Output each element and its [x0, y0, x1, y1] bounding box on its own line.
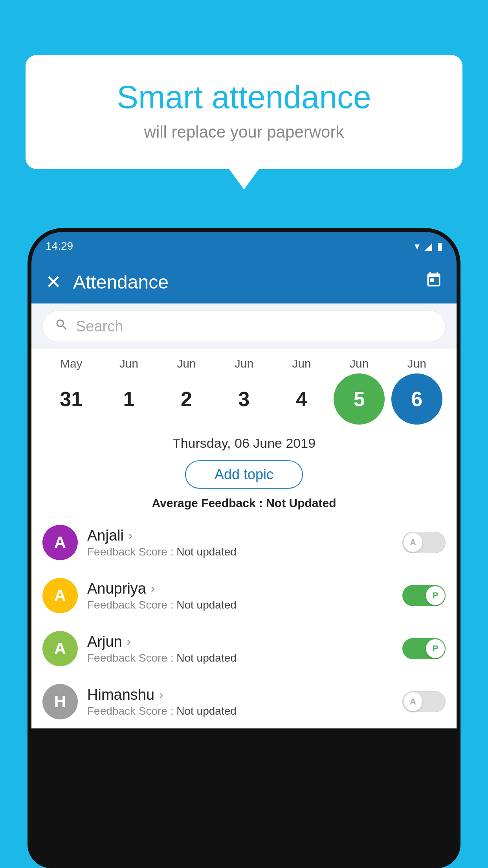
list-item: A Anjali › Feedback Score : Not updated … [31, 516, 457, 569]
search-placeholder: Search [76, 318, 123, 335]
toggle-thumb: P [426, 586, 445, 605]
screen-content: Search May Jun Jun Jun Jun Jun Jun 31 1 … [31, 303, 457, 728]
wifi-icon: ▾ [415, 240, 420, 252]
chevron-right-icon: › [151, 582, 155, 595]
avatar: H [42, 684, 78, 719]
day-row: 31 1 2 3 4 5 6 [42, 373, 446, 425]
search-icon [55, 318, 69, 335]
student-name[interactable]: Himanshu › [87, 686, 393, 703]
month-1: Jun [103, 357, 154, 370]
toggle-track[interactable]: A [402, 691, 446, 712]
status-icons: ▾ ◢ ▮ [415, 240, 442, 252]
attendance-toggle[interactable]: A [402, 532, 446, 553]
student-name[interactable]: Arjun › [87, 633, 393, 650]
avatar: A [42, 631, 78, 666]
student-feedback: Feedback Score : Not updated [87, 546, 393, 558]
app-bar: ✕ Attendance [31, 260, 457, 303]
month-6: Jun [391, 357, 442, 370]
toggle-thumb: A [404, 533, 422, 552]
toggle-track[interactable]: A [402, 532, 446, 553]
month-5: Jun [334, 357, 385, 370]
toggle-track[interactable]: P [402, 638, 446, 659]
day-5[interactable]: 5 [334, 373, 385, 425]
toggle-thumb: A [404, 692, 422, 711]
chevron-right-icon: › [127, 635, 131, 648]
student-feedback: Feedback Score : Not updated [87, 652, 393, 664]
student-info: Himanshu › Feedback Score : Not updated [87, 686, 393, 717]
student-list: A Anjali › Feedback Score : Not updated … [31, 516, 457, 728]
month-0: May [46, 357, 97, 370]
month-row: May Jun Jun Jun Jun Jun Jun [42, 357, 446, 370]
chevron-right-icon: › [128, 529, 132, 542]
bubble-title: Smart attendance [57, 79, 431, 116]
avatar: A [42, 525, 78, 560]
chevron-right-icon: › [159, 688, 163, 701]
add-topic-button[interactable]: Add topic [185, 460, 303, 489]
student-name[interactable]: Anupriya › [87, 580, 393, 597]
toggle-track[interactable]: P [402, 585, 446, 606]
list-item: H Himanshu › Feedback Score : Not update… [31, 675, 457, 728]
phone-inner: 14:29 ▾ ◢ ▮ ✕ Attendance [31, 232, 457, 868]
close-button[interactable]: ✕ [46, 271, 61, 293]
day-3[interactable]: 3 [218, 373, 270, 425]
day-4[interactable]: 4 [276, 373, 327, 425]
toggle-thumb: P [426, 639, 445, 658]
list-item: A Arjun › Feedback Score : Not updated P [31, 622, 457, 675]
student-info: Anjali › Feedback Score : Not updated [87, 527, 393, 558]
attendance-toggle[interactable]: P [402, 585, 446, 606]
calendar-strip: May Jun Jun Jun Jun Jun Jun 31 1 2 3 4 5… [31, 349, 457, 428]
month-2: Jun [161, 357, 212, 370]
signal-icon: ◢ [424, 240, 432, 252]
date-display: Thursday, 06 June 2019 [31, 428, 457, 455]
phone-frame: 14:29 ▾ ◢ ▮ ✕ Attendance [28, 228, 460, 868]
attendance-toggle[interactable]: P [402, 638, 446, 659]
status-time: 14:29 [46, 240, 73, 252]
avg-feedback-value: Not Updated [266, 497, 336, 509]
battery-icon: ▮ [437, 240, 442, 252]
day-2[interactable]: 2 [161, 373, 212, 425]
speech-bubble: Smart attendance will replace your paper… [26, 55, 462, 169]
search-bar-container: Search [31, 303, 457, 349]
student-feedback: Feedback Score : Not updated [87, 599, 393, 611]
speech-bubble-container: Smart attendance will replace your paper… [26, 55, 462, 169]
average-feedback: Average Feedback : Not Updated [31, 494, 457, 516]
month-4: Jun [276, 357, 327, 370]
search-bar[interactable]: Search [42, 311, 446, 342]
student-info: Arjun › Feedback Score : Not updated [87, 633, 393, 664]
student-feedback: Feedback Score : Not updated [87, 705, 393, 717]
list-item: A Anupriya › Feedback Score : Not update… [31, 569, 457, 622]
bubble-subtitle: will replace your paperwork [57, 123, 431, 142]
student-info: Anupriya › Feedback Score : Not updated [87, 580, 393, 611]
attendance-toggle[interactable]: A [402, 691, 446, 712]
day-31[interactable]: 31 [46, 373, 97, 425]
calendar-icon[interactable] [425, 271, 442, 292]
day-1[interactable]: 1 [103, 373, 154, 425]
avg-feedback-label: Average Feedback : [152, 497, 266, 509]
student-name[interactable]: Anjali › [87, 527, 393, 544]
avatar: A [42, 578, 78, 613]
status-bar: 14:29 ▾ ◢ ▮ [31, 232, 457, 260]
day-6[interactable]: 6 [391, 373, 442, 425]
month-3: Jun [218, 357, 270, 370]
app-bar-title: Attendance [73, 271, 413, 293]
